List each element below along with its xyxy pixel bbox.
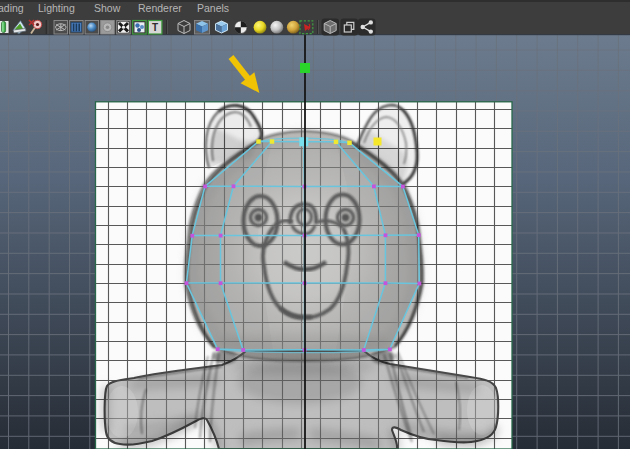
svg-text:Show: Show <box>94 2 121 14</box>
svg-text:Lighting: Lighting <box>38 2 75 14</box>
svg-text:T: T <box>152 22 158 33</box>
svg-text:ading: ading <box>0 2 24 14</box>
svg-text:Renderer: Renderer <box>138 2 182 14</box>
svg-text:Panels: Panels <box>197 2 229 14</box>
